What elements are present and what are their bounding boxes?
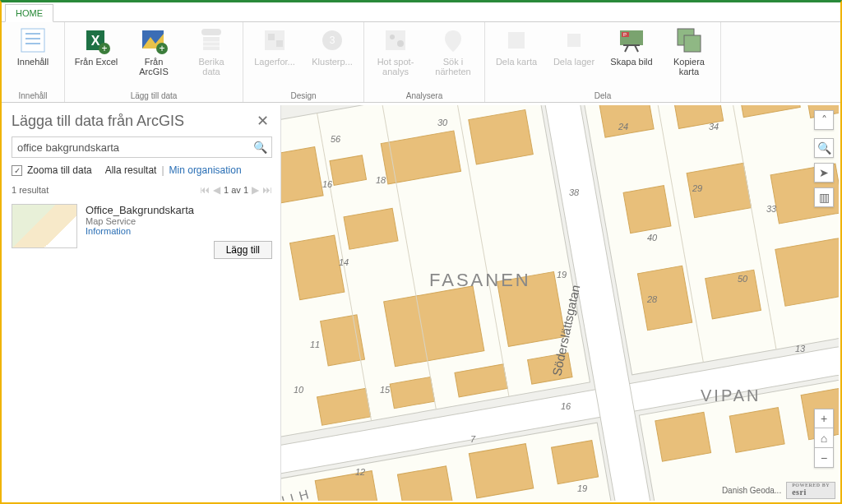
home-extent-button[interactable]: ⌂ — [814, 428, 834, 448]
hotspot-icon — [381, 25, 410, 55]
svg-rect-13 — [203, 37, 220, 50]
result-thumbnail[interactable] — [12, 204, 77, 248]
svg-text:15: 15 — [380, 385, 391, 395]
svg-text:19: 19 — [557, 270, 567, 280]
svg-text:7: 7 — [470, 434, 476, 444]
btn-berika-data[interactable]: Berika data — [187, 25, 236, 76]
esri-logo: POWERED BY esri — [786, 482, 835, 499]
btn-hotspot[interactable]: Hot spot- analys — [371, 25, 420, 76]
filter-my-org[interactable]: Min organisation — [169, 164, 242, 176]
zoom-out-button[interactable]: − — [814, 448, 834, 468]
btn-from-arcgis[interactable]: + Från ArcGIS — [129, 25, 178, 76]
pager-prev-icon[interactable]: ◀ — [213, 184, 220, 196]
group-label-laggtill: Lägg till data — [131, 90, 178, 100]
svg-rect-65 — [552, 441, 599, 484]
svg-text:16: 16 — [322, 179, 333, 189]
pager: ⏮ ◀ 1 av 1 ▶ ⏭ — [200, 184, 272, 196]
ribbon-tabs: HOME — [2, 2, 840, 22]
svg-text:50: 50 — [738, 274, 748, 284]
svg-rect-60 — [706, 270, 761, 319]
svg-rect-0 — [21, 29, 44, 52]
zoom-in-button[interactable]: + — [814, 409, 834, 428]
zoom-to-data-label: Zooma till data — [27, 164, 92, 176]
svg-text:P: P — [623, 32, 627, 37]
group-laggtill: X+ Från Excel + Från ArcGIS Berika data … — [65, 22, 243, 102]
arcgis-icon: + — [139, 25, 169, 55]
tab-home[interactable]: HOME — [5, 4, 53, 22]
svg-rect-40 — [330, 155, 367, 185]
search-map-icon[interactable]: 🔍 — [814, 138, 834, 158]
svg-rect-56 — [623, 186, 671, 234]
add-button[interactable]: Lägg till — [214, 241, 272, 259]
close-panel-button[interactable]: ✕ — [253, 112, 272, 130]
svg-text:38: 38 — [569, 187, 580, 197]
svg-point-23 — [397, 40, 404, 47]
btn-dela-karta[interactable]: Dela karta — [492, 25, 541, 67]
svg-text:+: + — [159, 43, 164, 54]
btn-lagerfor[interactable]: Lagerfor... — [250, 25, 299, 67]
svg-text:+: + — [101, 43, 107, 54]
svg-rect-64 — [469, 444, 533, 498]
create-image-icon: P — [617, 25, 646, 55]
svg-text:40: 40 — [647, 233, 658, 243]
btn-sok-narheten[interactable]: Sök i närheten — [428, 25, 478, 76]
svg-rect-32 — [684, 35, 701, 52]
svg-text:29: 29 — [692, 183, 702, 193]
enrich-icon — [197, 25, 226, 55]
search-icon[interactable]: 🔍 — [253, 141, 267, 154]
svg-text:30: 30 — [437, 118, 448, 127]
group-label-dela: Dela — [594, 90, 612, 100]
pager-next-icon[interactable]: ▶ — [252, 184, 259, 196]
svg-rect-67 — [729, 408, 784, 453]
svg-rect-24 — [508, 32, 525, 49]
btn-innehall[interactable]: Innehåll — [8, 25, 58, 67]
add-data-panel: Lägga till data från ArcGIS ✕ 🔍 ✓ Zooma … — [3, 105, 281, 501]
group-label-design: Design — [290, 90, 316, 100]
search-input[interactable] — [12, 136, 272, 158]
collapse-ribbon-icon[interactable]: ˄ — [814, 110, 834, 130]
svg-rect-42 — [469, 110, 533, 164]
basemap-icon[interactable]: ▥ — [814, 187, 834, 207]
copy-map-icon — [674, 25, 704, 55]
svg-rect-21 — [386, 30, 405, 50]
btn-klusterp[interactable]: 3 Klusterp... — [308, 25, 357, 67]
pin-icon — [438, 25, 468, 55]
svg-text:14: 14 — [339, 257, 349, 267]
map-attribution: Danish Geoda... POWERED BY esri — [722, 482, 835, 499]
svg-text:56: 56 — [331, 134, 341, 144]
filter-all-results[interactable]: Alla resultat — [105, 164, 157, 176]
cluster-icon: 3 — [317, 25, 347, 55]
btn-kopiera-karta[interactable]: Kopiera karta — [664, 25, 714, 76]
group-label-analysera: Analysera — [406, 90, 442, 100]
pager-first-icon[interactable]: ⏮ — [200, 184, 210, 196]
zoom-to-data-checkbox[interactable]: ✓ — [12, 165, 22, 176]
layers-icon — [260, 25, 289, 55]
svg-line-29 — [625, 45, 628, 52]
svg-rect-43 — [290, 235, 345, 299]
btn-dela-lager[interactable]: Dela lager — [549, 25, 599, 67]
btn-skapa-bild[interactable]: P Skapa bild — [607, 25, 656, 67]
result-count: 1 resultat — [12, 185, 49, 195]
main-area: Lägga till data från ArcGIS ✕ 🔍 ✓ Zooma … — [3, 105, 839, 501]
panel-title: Lägga till data från ArcGIS — [12, 113, 184, 130]
pointer-tool-icon[interactable]: ➤ — [814, 163, 834, 183]
group-dela: Dela karta Dela lager P Skapa bild Kopie… — [485, 22, 721, 102]
share-layer-icon — [559, 25, 589, 55]
svg-text:12: 12 — [355, 467, 365, 477]
result-information-link[interactable]: Information — [86, 226, 272, 236]
map-canvas[interactable]: FASANEN VIPAN ELLH Söderslättsgatan 30 5… — [281, 105, 839, 501]
svg-text:13: 13 — [795, 344, 806, 354]
svg-line-30 — [635, 45, 638, 52]
pager-last-icon[interactable]: ⏭ — [262, 184, 272, 196]
pager-current: 1 av 1 — [224, 185, 248, 195]
result-title: Office_Bakgrundskarta — [86, 204, 272, 216]
svg-rect-17 — [268, 34, 275, 40]
group-analysera: Hot spot- analys Sök i närheten Analyser… — [364, 22, 485, 102]
attribution-text: Danish Geoda... — [722, 486, 781, 495]
svg-rect-66 — [655, 412, 711, 461]
area-label-fasanen: FASANEN — [429, 270, 531, 290]
contents-icon — [18, 25, 48, 55]
excel-icon: X+ — [81, 25, 111, 55]
btn-from-excel[interactable]: X+ Från Excel — [72, 25, 121, 67]
svg-text:33: 33 — [766, 204, 777, 214]
